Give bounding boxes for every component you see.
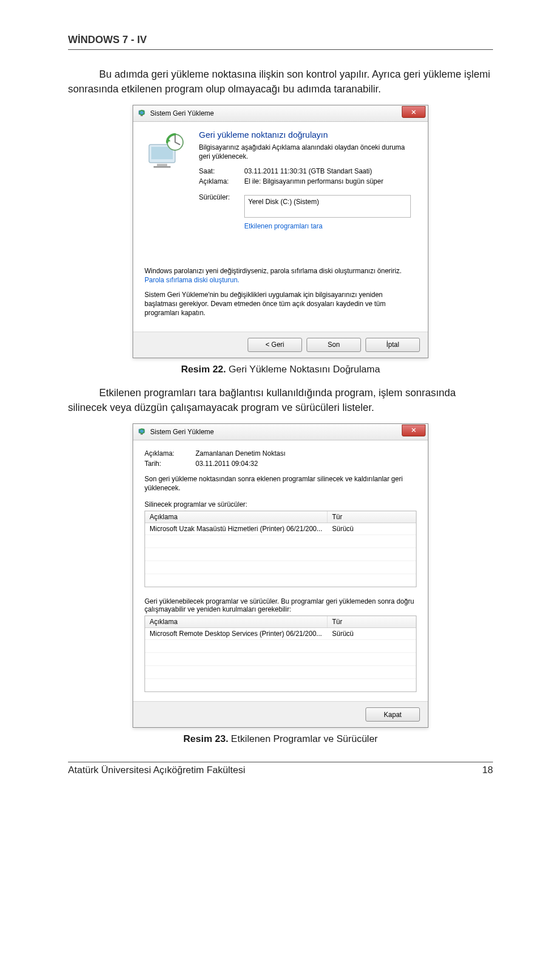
col-header-description[interactable]: Açıklama (145, 616, 328, 627)
system-restore-icon (138, 109, 147, 118)
table-row-empty (145, 679, 416, 691)
close-button[interactable]: ✕ (402, 425, 426, 436)
cancel-button-label: İptal (386, 341, 400, 349)
restored-programs-grid[interactable]: Açıklama Tür Microsoft Remote Desktop Se… (144, 616, 416, 692)
dialog2-titlebar: Sistem Geri Yükleme ✕ (133, 424, 428, 440)
page-paragraph-1: Bu adımda geri yükleme noktasına ilişkin… (68, 67, 493, 96)
dialog-heading: Geri yükleme noktanızı doğrulayın (199, 130, 416, 139)
dialog2-button-bar: Kapat (133, 701, 428, 727)
aciklama-label: Açıklama: (199, 177, 244, 185)
section-deleted-label: Silinecek programlar ve sürücüler: (144, 500, 416, 508)
aciklama2-label: Açıklama: (144, 449, 196, 457)
section-restored-label: Geri yüklenebilecek programlar ve sürücü… (144, 597, 416, 613)
close-icon: ✕ (411, 108, 416, 116)
figure-caption-23: Resim 23. Etkilenen Programlar ve Sürücü… (68, 733, 493, 745)
system-restore-large-icon (144, 132, 190, 177)
password-reset-disk-link[interactable]: Parola sıfırlama diski oluşturun. (144, 276, 239, 284)
table-row[interactable]: Microsoft Uzak Masaüstü Hizmetleri (Prin… (145, 523, 416, 535)
password-warning-text: Windows parolanızı yeni değiştirdiyseniz… (144, 266, 416, 285)
caption-23-text: Etkilenen Programlar ve Sürücüler (228, 733, 378, 744)
close-icon: ✕ (411, 426, 416, 434)
caption-22-text: Geri Yükleme Noktasını Doğrulama (226, 364, 380, 375)
tarih-value: 03.11.2011 09:04:32 (196, 460, 258, 468)
saat-label: Saat: (199, 167, 244, 175)
svg-rect-4 (157, 164, 167, 166)
close-button[interactable]: ✕ (402, 106, 426, 118)
col-header-description[interactable]: Açıklama (145, 511, 328, 523)
table-row-empty (145, 574, 416, 587)
table-row[interactable]: Microsoft Remote Desktop Services (Print… (145, 628, 416, 640)
system-restore-icon (138, 427, 147, 436)
dialog-subheading: Bilgisayarınız aşağıdaki Açıklama alanın… (199, 143, 416, 161)
dialog-button-bar: < Geri Son İptal (133, 332, 428, 358)
footer-left: Atatürk Üniversitesi Açıköğretim Fakülte… (68, 765, 245, 776)
tarih-label: Tarih: (144, 460, 196, 468)
page-header: WİNDOWS 7 - IV (68, 34, 493, 50)
row2-type: Sürücü (328, 628, 416, 639)
password-warn-prefix: Windows parolanızı yeni değiştirdiyseniz… (144, 267, 402, 275)
dialog2-title: Sistem Geri Yükleme (150, 428, 402, 436)
dialog-title: Sistem Geri Yükleme (150, 109, 402, 117)
table-row-empty (145, 535, 416, 548)
restart-warning-text: Sistem Geri Yükleme'nin bu değişiklikler… (144, 290, 416, 318)
table-row-empty (145, 561, 416, 574)
row2-desc: Microsoft Remote Desktop Services (Print… (145, 628, 328, 639)
col-header-type[interactable]: Tür (328, 511, 416, 523)
back-button[interactable]: < Geri (248, 338, 302, 352)
system-restore-confirm-dialog: Sistem Geri Yükleme ✕ (133, 105, 428, 358)
scan-affected-programs-link[interactable]: Etkilenen programları tara (244, 222, 322, 230)
caption-23-label: Resim 23. (183, 733, 228, 744)
caption-22-label: Resim 22. (181, 364, 226, 375)
aciklama-value: El ile: Bilgisayarımın performansı bugün… (244, 177, 416, 185)
row1-desc: Microsoft Uzak Masaüstü Hizmetleri (Prin… (145, 523, 328, 534)
deleted-programs-grid[interactable]: Açıklama Tür Microsoft Uzak Masaüstü Hiz… (144, 511, 416, 587)
page-paragraph-2: Etkilenen programları tara bağlantısı ku… (68, 385, 493, 415)
close-dialog-button[interactable]: Kapat (366, 707, 420, 722)
close-dialog-label: Kapat (384, 711, 401, 719)
dialog2-intro: Son geri yükleme noktasından sonra eklen… (144, 474, 416, 493)
dialog-titlebar: Sistem Geri Yükleme ✕ (133, 105, 428, 122)
cancel-button[interactable]: İptal (366, 338, 420, 352)
drives-listbox[interactable]: Yerel Disk (C:) (Sistem) (244, 195, 411, 218)
finish-button-label: Son (328, 341, 339, 349)
svg-rect-5 (154, 166, 171, 168)
back-button-label: < Geri (265, 341, 284, 349)
saat-value: 03.11.2011 11:30:31 (GTB Standart Saati) (244, 167, 416, 175)
row1-type: Sürücü (328, 523, 416, 534)
figure-caption-22: Resim 22. Geri Yükleme Noktasını Doğrula… (68, 364, 493, 375)
table-row-empty (145, 640, 416, 653)
suruculer-label: Sürücüler: (199, 193, 244, 201)
table-row-empty (145, 653, 416, 666)
finish-button[interactable]: Son (307, 338, 361, 352)
table-row-empty (145, 666, 416, 679)
aciklama2-value: Zamanlanan Denetim Noktası (196, 449, 286, 457)
affected-programs-dialog: Sistem Geri Yükleme ✕ Açıklama: Zamanlan… (133, 423, 428, 728)
drives-item: Yerel Disk (C:) (Sistem) (248, 198, 319, 206)
table-row-empty (145, 548, 416, 561)
footer-page-number: 18 (482, 765, 493, 776)
col-header-type[interactable]: Tür (328, 616, 416, 627)
page-footer: Atatürk Üniversitesi Açıköğretim Fakülte… (68, 762, 493, 776)
